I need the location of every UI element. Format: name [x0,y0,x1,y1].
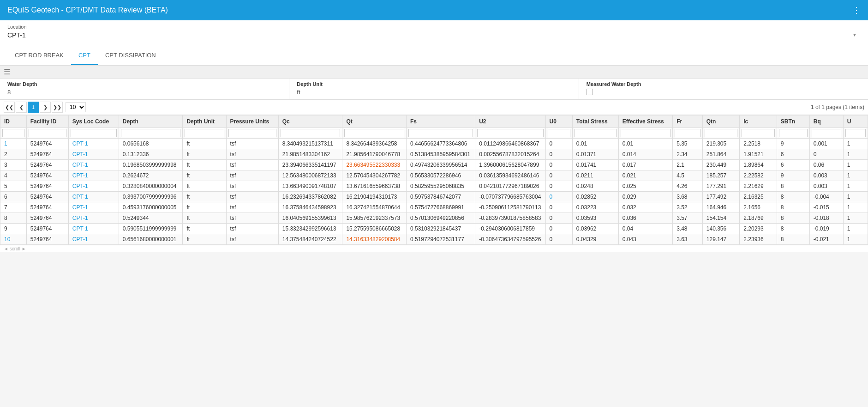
cell-sys-loc-code[interactable]: CPT-1 [68,149,119,160]
filter-sbtn[interactable] [779,129,808,137]
cell-qtn: 164.946 [702,202,740,213]
cell-sbtn: 8 [777,181,809,192]
col-header-qt[interactable]: Qt [342,115,407,128]
cell-depth-unit: ft [183,160,226,170]
filter-pressure-units[interactable] [228,129,276,137]
cell-fr: 3.57 [673,213,703,224]
cell-sys-loc-code[interactable]: CPT-1 [68,181,119,192]
col-header-fr[interactable]: Fr [673,115,703,128]
tab-cpt-rod-break[interactable]: CPT ROD BREAK [7,46,71,65]
cell-facility-id: 5249764 [26,149,68,160]
cell-sys-loc-code[interactable]: CPT-1 [68,234,119,245]
cell-bq: 0 [809,149,843,160]
cell-pressure-units: tsf [226,181,278,192]
cell-fs: 0.5754727668869991 [407,202,475,213]
location-select[interactable]: CPT-1 [7,30,861,40]
col-header-total-stress[interactable]: Total Stress [572,115,618,128]
filter-facility-id[interactable] [29,129,66,137]
cell-total-stress: 0.03223 [572,202,618,213]
header-menu-icon[interactable]: ⋮ [852,5,861,15]
col-header-qtn[interactable]: Qtn [702,115,740,128]
col-header-sbtn[interactable]: SBTn [777,115,809,128]
cell-u: 1 [843,234,868,245]
col-header-u[interactable]: U [843,115,868,128]
cell-bq: -0.015 [809,202,843,213]
filter-fs[interactable] [408,129,473,137]
cell-bq: -0.004 [809,192,843,202]
filter-id[interactable] [2,129,24,137]
filter-fr[interactable] [675,129,700,137]
cell-ic: 2.2518 [740,139,777,149]
cell-sys-loc-code[interactable]: CPT-1 [68,160,119,170]
cell-pressure-units: tsf [226,192,278,202]
cell-effective-stress: 0.017 [618,160,672,170]
cell-fs: 0.513845385959584301 [407,149,475,160]
cell-sbtn: 6 [777,160,809,170]
filter-effective-stress[interactable] [621,129,670,137]
col-header-depth-unit[interactable]: Depth Unit [183,115,226,128]
filter-u[interactable] [845,129,866,137]
cell-pressure-units: tsf [226,139,278,149]
filter-u2[interactable] [477,129,543,137]
cell-depth: 0.3280840000000004 [119,181,183,192]
cell-sys-loc-code[interactable]: CPT-1 [68,139,119,149]
table-row: 95249764CPT-10.5905511999999999fttsf15.3… [0,224,868,234]
col-header-u0[interactable]: U0 [545,115,572,128]
col-header-sys-loc-code[interactable]: Sys Loc Code [68,115,119,128]
page-first-btn[interactable]: ❮❮ [4,102,15,113]
cell-fs: 0.44656624773364806 [407,139,475,149]
cell-fs: 0.565330572286946 [407,170,475,181]
tab-cpt[interactable]: CPT [71,46,98,65]
table-row: 35249764CPT-10.1968503999999998fttsf23.3… [0,160,868,170]
col-header-bq[interactable]: Bq [809,115,843,128]
measured-water-depth-checkbox[interactable] [587,89,593,95]
col-header-fs[interactable]: Fs [407,115,475,128]
filter-depth[interactable] [121,129,181,137]
col-header-pressure-units[interactable]: Pressure Units [226,115,278,128]
cell-qt: 12.570454304267782 [342,170,407,181]
col-header-id[interactable]: ID [0,115,27,128]
page-next-btn[interactable]: ❯ [40,102,51,113]
cell-id[interactable]: 1 [0,139,27,149]
col-header-ic[interactable]: Ic [740,115,777,128]
cell-sys-loc-code[interactable]: CPT-1 [68,192,119,202]
col-header-qc[interactable]: Qc [278,115,342,128]
page-size-select[interactable]: 10 25 50 [66,102,86,112]
filter-sys-loc-code[interactable] [71,129,117,137]
filter-depth-unit[interactable] [185,129,224,137]
cell-u2: -0.070737796685763004 [475,192,545,202]
cell-u0: 0 [545,170,572,181]
cell-depth: 0.4593176000000005 [119,202,183,213]
filter-bq[interactable] [812,129,841,137]
cell-sys-loc-code[interactable]: CPT-1 [68,202,119,213]
cell-sys-loc-code[interactable]: CPT-1 [68,213,119,224]
page-prev-btn[interactable]: ❮ [16,102,27,113]
filter-qtn[interactable] [705,129,738,137]
cell-facility-id: 5249764 [26,181,68,192]
cell-qt: 21.985641790046778 [342,149,407,160]
cell-sys-loc-code[interactable]: CPT-1 [68,224,119,234]
page-last-btn[interactable]: ❯❯ [52,102,63,113]
filter-ic[interactable] [742,129,775,137]
filter-u0[interactable] [548,129,570,137]
table-row: 25249764CPT-10.1312336fttsf21.9851483304… [0,149,868,160]
col-header-depth[interactable]: Depth [119,115,183,128]
filter-total-stress[interactable] [575,129,617,137]
cell-qtn: 140.356 [702,224,740,234]
cell-id: 7 [0,202,27,213]
filter-qc[interactable] [281,129,341,137]
filter-qt[interactable] [344,129,404,137]
cell-id[interactable]: 10 [0,234,27,245]
depth-unit-value: ft [297,89,571,96]
col-header-facility-id[interactable]: Facility ID [26,115,68,128]
cell-ic: 2.18769 [740,213,777,224]
cell-sys-loc-code[interactable]: CPT-1 [68,170,119,181]
col-header-u2[interactable]: U2 [475,115,545,128]
cell-facility-id: 5249764 [26,202,68,213]
cell-sbtn: 9 [777,139,809,149]
page-1-btn[interactable]: 1 [28,102,39,113]
cell-ic: 1.91521 [740,149,777,160]
tab-cpt-dissipation[interactable]: CPT DISSIPATION [98,46,163,65]
col-header-effective-stress[interactable]: Effective Stress [618,115,672,128]
cell-pressure-units: tsf [226,149,278,160]
